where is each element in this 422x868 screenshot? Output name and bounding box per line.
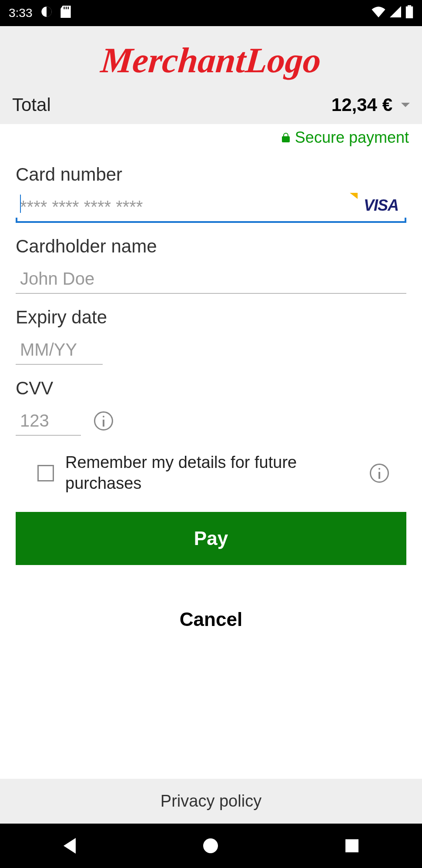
nav-recent-button[interactable] [345,839,358,852]
chevron-down-icon[interactable] [401,103,410,107]
sd-card-icon [60,6,71,21]
pay-button[interactable]: Pay [16,512,406,565]
cardholder-name-label: Cardholder name [16,236,406,257]
total-row[interactable]: Total 12,34 € [0,89,422,124]
merchant-logo: MerchantLogo [100,43,323,78]
nav-home-button[interactable] [203,838,218,853]
cvv-field-wrap[interactable] [16,403,81,436]
status-icon-1 [40,6,53,21]
svg-rect-1 [64,7,64,9]
expiry-label: Expiry date [16,307,406,328]
battery-icon [405,5,413,21]
svg-rect-5 [406,6,413,18]
card-number-label: Card number [16,164,406,185]
visa-corner-icon [350,193,358,199]
cardholder-name-field[interactable] [20,269,402,289]
total-label: Total [12,94,51,115]
cardholder-name-field-wrap[interactable] [16,261,406,294]
privacy-policy-link[interactable]: Privacy policy [0,779,422,824]
card-number-field[interactable] [20,197,402,217]
wifi-icon [372,6,385,20]
cvv-info-icon[interactable] [94,411,113,431]
status-bar: 3:33 [0,0,422,26]
svg-rect-2 [66,7,67,9]
cancel-button[interactable]: Cancel [16,609,406,630]
nav-back-button[interactable] [64,838,76,854]
signal-icon [390,6,401,20]
svg-rect-4 [408,5,411,7]
secure-text: Secure payment [295,128,409,147]
payment-form: Card number VISA Cardholder name Expiry … [0,147,422,779]
secure-payment-badge: Secure payment [0,124,422,147]
remember-checkbox[interactable] [37,465,54,481]
visa-icon: VISA [364,196,399,215]
cvv-field[interactable] [20,411,77,431]
expiry-field[interactable] [20,340,98,360]
lock-icon [282,133,290,142]
remember-info-icon[interactable] [370,464,389,483]
svg-rect-3 [67,7,68,9]
text-cursor [20,195,21,213]
nav-bar [0,824,422,868]
status-time: 3:33 [9,6,33,20]
expiry-field-wrap[interactable] [16,332,103,365]
total-amount: 12,34 € [332,94,392,115]
header: MerchantLogo Total 12,34 € [0,26,422,124]
cvv-label: CVV [16,378,406,399]
remember-label: Remember my details for future purchases [65,452,358,494]
card-number-field-wrap[interactable]: VISA [16,189,406,223]
